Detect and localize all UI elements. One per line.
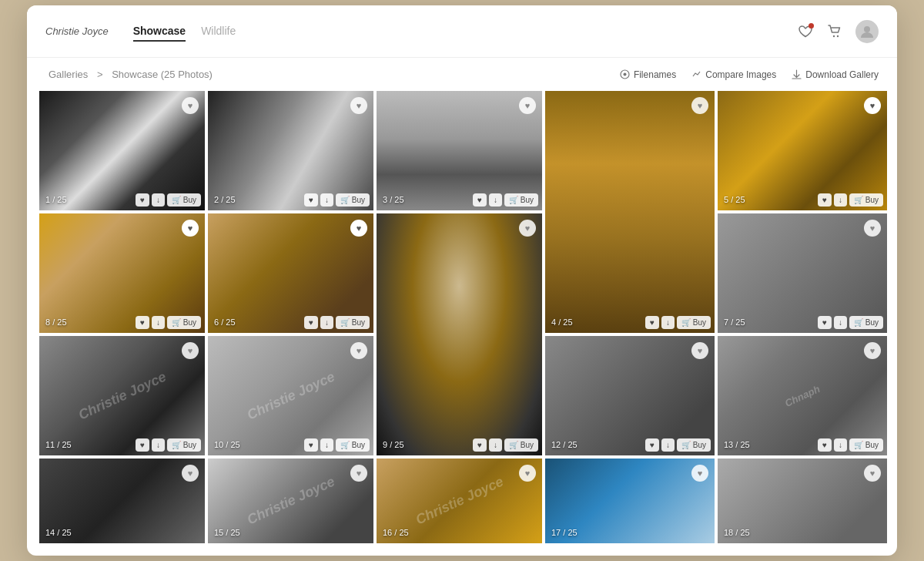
photo-item[interactable]: ♥ 3 / 25 ♥ ↓ 🛒 Buy <box>377 91 542 210</box>
photo-favorite-button[interactable]: ♥ <box>350 342 367 359</box>
photo-download-button[interactable]: ↓ <box>834 316 847 329</box>
photo-favorite-button[interactable]: ♥ <box>350 465 367 482</box>
photo-favorite-button[interactable]: ♥ <box>182 97 199 114</box>
photo-favorite-button[interactable]: ♥ <box>350 97 367 114</box>
photo-download-button[interactable]: ↓ <box>320 438 333 452</box>
photo-number: 3 / 25 <box>383 195 404 204</box>
photo-favorite-button[interactable]: ♥ <box>864 97 881 114</box>
photo-item[interactable]: ♥ 5 / 25 ♥ ↓ 🛒 Buy <box>718 91 887 210</box>
photo-favorite-button[interactable]: ♥ <box>182 342 199 359</box>
nav-link-wildlife[interactable]: Wildlife <box>201 22 236 42</box>
photo-item[interactable]: ♥ 18 / 25 <box>718 459 887 543</box>
photo-heart-button[interactable]: ♥ <box>473 438 487 452</box>
photo-action-bar: ♥ ↓ 🛒 Buy <box>473 438 538 452</box>
photo-favorite-button[interactable]: ♥ <box>864 342 881 359</box>
nav-link-showcase[interactable]: Showcase <box>133 22 186 42</box>
photo-download-button[interactable]: ↓ <box>834 193 847 207</box>
photo-number: 2 / 25 <box>214 195 236 204</box>
photo-action-bar: ♥ ↓ 🛒 Buy <box>645 316 711 329</box>
photo-item[interactable]: ♥ 7 / 25 ♥ ↓ 🛒 Buy <box>718 213 887 333</box>
photo-favorite-button[interactable]: ♥ <box>350 220 367 237</box>
user-avatar[interactable] <box>855 20 879 43</box>
photo-item[interactable]: ♥ Chnaph 13 / 25 ♥ ↓ 🛒 Buy <box>718 336 887 455</box>
photo-heart-button[interactable]: ♥ <box>818 316 832 329</box>
photo-buy-button[interactable]: 🛒 Buy <box>167 316 201 329</box>
photo-download-button[interactable]: ↓ <box>834 438 847 452</box>
photo-favorite-button[interactable]: ♥ <box>519 97 536 114</box>
photo-favorite-button[interactable]: ♥ <box>691 342 708 359</box>
photo-download-button[interactable]: ↓ <box>152 193 165 207</box>
breadcrumb-current: Showcase (25 Photos) <box>112 69 213 80</box>
photo-number: 12 / 25 <box>551 440 578 449</box>
photo-buy-button[interactable]: 🛒 Buy <box>677 438 711 452</box>
photo-buy-button[interactable]: 🛒 Buy <box>336 316 370 329</box>
photo-favorite-button[interactable]: ♥ <box>182 465 199 482</box>
photo-favorite-button[interactable]: ♥ <box>864 465 881 482</box>
photo-download-button[interactable]: ↓ <box>661 438 675 452</box>
photo-heart-button[interactable]: ♥ <box>645 438 659 452</box>
photo-download-button[interactable]: ↓ <box>320 193 333 207</box>
photo-action-bar: ♥ ↓ 🛒 Buy <box>818 193 883 207</box>
photo-download-button[interactable]: ↓ <box>489 193 502 207</box>
photo-buy-button[interactable]: 🛒 Buy <box>167 438 201 452</box>
photo-item[interactable]: ♥ 9 / 25 ♥ ↓ 🛒 Buy <box>377 213 542 455</box>
photo-item[interactable]: ♥ 4 / 25 ♥ ↓ 🛒 Buy <box>545 91 715 333</box>
photo-heart-button[interactable]: ♥ <box>304 193 318 207</box>
filenames-button[interactable]: Filenames <box>620 69 676 80</box>
photo-heart-button[interactable]: ♥ <box>136 316 149 329</box>
breadcrumb-galleries[interactable]: Galleries <box>49 69 88 80</box>
photo-buy-button[interactable]: 🛒 Buy <box>167 193 201 207</box>
photo-number: 9 / 25 <box>383 440 404 449</box>
photo-heart-button[interactable]: ♥ <box>136 193 149 207</box>
photo-favorite-button[interactable]: ♥ <box>691 97 708 114</box>
photo-item[interactable]: ♥ 2 / 25 ♥ ↓ 🛒 Buy <box>208 91 373 210</box>
photo-download-button[interactable]: ↓ <box>661 316 675 329</box>
photo-favorite-button[interactable]: ♥ <box>864 220 881 237</box>
photo-item[interactable]: ♥ 14 / 25 <box>39 459 205 543</box>
photo-buy-button[interactable]: 🛒 Buy <box>336 438 370 452</box>
photo-buy-button[interactable]: 🛒 Buy <box>677 316 711 329</box>
watermark: Chnaph <box>783 382 822 408</box>
photo-buy-button[interactable]: 🛒 Buy <box>504 438 538 452</box>
photo-item[interactable]: ♥ Christie Joyce 11 / 25 ♥ ↓ 🛒 Buy <box>39 336 205 455</box>
photo-favorite-button[interactable]: ♥ <box>182 220 199 237</box>
photo-buy-button[interactable]: 🛒 Buy <box>849 193 883 207</box>
photo-heart-button[interactable]: ♥ <box>473 193 487 207</box>
photo-item[interactable]: ♥ 8 / 25 ♥ ↓ 🛒 Buy <box>39 213 205 333</box>
photo-buy-button[interactable]: 🛒 Buy <box>849 438 883 452</box>
watermark: Christie Joyce <box>75 368 168 423</box>
photo-heart-button[interactable]: ♥ <box>645 316 659 329</box>
photo-number: 7 / 25 <box>724 317 745 327</box>
photo-item[interactable]: ♥ 12 / 25 ♥ ↓ 🛒 Buy <box>545 336 715 455</box>
photo-heart-button[interactable]: ♥ <box>818 438 832 452</box>
photo-action-bar: ♥ ↓ 🛒 Buy <box>136 316 201 329</box>
photo-favorite-button[interactable]: ♥ <box>519 465 536 482</box>
photo-item[interactable]: ♥ Christie Joyce 16 / 25 <box>377 459 542 543</box>
photo-download-button[interactable]: ↓ <box>152 316 165 329</box>
photo-item[interactable]: ♥ Christie Joyce 10 / 25 ♥ ↓ 🛒 Buy <box>208 336 373 455</box>
photo-buy-button[interactable]: 🛒 Buy <box>504 193 538 207</box>
photo-item[interactable]: ♥ Christie Joyce 15 / 25 <box>208 459 373 543</box>
photo-heart-button[interactable]: ♥ <box>818 193 832 207</box>
photo-heart-button[interactable]: ♥ <box>304 316 318 329</box>
cart-nav-icon[interactable] <box>826 23 843 40</box>
download-gallery-button[interactable]: Download Gallery <box>792 69 879 80</box>
photo-download-button[interactable]: ↓ <box>152 438 165 452</box>
photo-action-bar: ♥ ↓ 🛒 Buy <box>136 193 201 207</box>
photo-download-button[interactable]: ↓ <box>320 316 333 329</box>
photo-favorite-button[interactable]: ♥ <box>691 465 708 482</box>
photo-buy-button[interactable]: 🛒 Buy <box>849 316 883 329</box>
photo-heart-button[interactable]: ♥ <box>304 438 318 452</box>
heart-nav-icon[interactable] <box>797 23 814 40</box>
photo-number: 14 / 25 <box>45 528 72 537</box>
photo-download-button[interactable]: ↓ <box>489 438 502 452</box>
photo-item[interactable]: ♥ 6 / 25 ♥ ↓ 🛒 Buy <box>208 213 373 333</box>
photo-item[interactable]: ♥ 17 / 25 <box>545 459 715 543</box>
photo-heart-button[interactable]: ♥ <box>136 438 149 452</box>
photo-item[interactable]: ♥ 1 / 25 ♥ ↓ 🛒 Buy <box>39 91 205 210</box>
photo-number: 18 / 25 <box>724 528 750 537</box>
photo-number: 8 / 25 <box>45 317 67 327</box>
photo-buy-button[interactable]: 🛒 Buy <box>336 193 370 207</box>
photo-favorite-button[interactable]: ♥ <box>519 220 536 237</box>
compare-button[interactable]: Compare Images <box>691 69 776 80</box>
